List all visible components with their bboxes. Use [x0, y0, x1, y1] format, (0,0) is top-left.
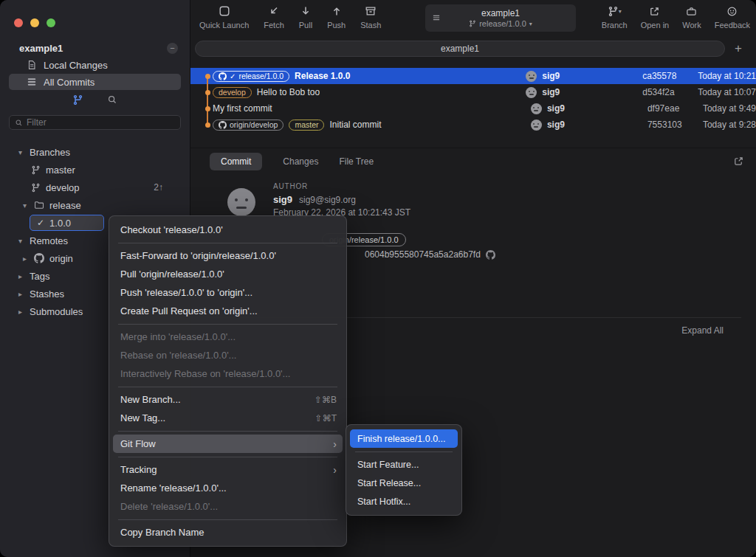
commit-row[interactable]: ✓ release/1.0.0 Release 1.0.0 sig9 ca355… — [190, 68, 756, 84]
submenu-item-start-release[interactable]: Start Release... — [350, 474, 458, 492]
filter-input[interactable] — [27, 117, 175, 128]
tree-section-branches[interactable]: ▾ Branches — [0, 143, 190, 161]
sidebar-item-local-changes[interactable]: Local Changes — [9, 57, 181, 73]
repo-widget-branch[interactable]: release/1.0.0 ▾ — [469, 19, 532, 28]
menu-item-delete: Delete 'release/1.0.0'... — [113, 497, 343, 516]
search-tab-icon[interactable] — [107, 94, 117, 105]
menu-item-create-pull-request[interactable]: Create Pull Request on 'origin'... — [113, 302, 343, 320]
menu-item-new-branch[interactable]: New Branch...⇧⌘B — [113, 390, 343, 409]
repo-search-field[interactable]: example1 — [195, 41, 725, 57]
pull-button[interactable]: Pull — [299, 4, 312, 30]
close-window-button[interactable] — [14, 18, 23, 27]
menu-item-git-flow[interactable]: Git Flow› — [113, 435, 343, 453]
commit-graph-node — [190, 100, 213, 117]
tree-branch-develop[interactable]: develop 2↑ — [0, 179, 190, 196]
fetch-icon — [268, 4, 280, 18]
push-icon — [331, 4, 343, 18]
quick-launch-button[interactable]: Quick Launch — [199, 4, 249, 30]
sidebar-item-all-commits[interactable]: All Commits — [9, 74, 181, 90]
chevron-down-icon[interactable]: ▾ — [21, 201, 29, 210]
repo-name: example1 — [19, 43, 167, 54]
menu-item-interactive-rebase: Interactively Rebase on 'release/1.0.0'.… — [113, 364, 343, 383]
expand-all-button[interactable]: Expand All — [681, 325, 724, 336]
branch-icon — [469, 20, 476, 27]
avatar — [526, 71, 537, 82]
fetch-button[interactable]: Fetch — [264, 4, 284, 30]
open-external-icon[interactable] — [733, 156, 744, 167]
push-button[interactable]: Push — [327, 4, 346, 30]
author-email: sig9@sig9.org — [299, 195, 356, 205]
toolbar-left-group: Quick Launch Fetch Pull Push — [199, 4, 381, 30]
avatar — [526, 87, 537, 98]
chevron-right-icon[interactable]: ▸ — [16, 308, 24, 316]
pull-icon — [300, 4, 312, 18]
branch-tag-origin-develop[interactable]: origin/develop — [213, 120, 284, 131]
chevron-down-icon: ▾ — [529, 21, 532, 27]
commit-graph-node — [190, 68, 213, 84]
menu-item-rename[interactable]: Rename 'release/1.0.0'... — [113, 479, 343, 497]
feedback-button[interactable]: Feedback — [715, 4, 750, 30]
shortcut-label: ⇧⌘B — [315, 395, 337, 405]
zoom-window-button[interactable] — [47, 18, 55, 27]
branch-tag-develop[interactable]: develop — [213, 87, 252, 98]
chevron-down-icon[interactable]: ▾ — [16, 237, 24, 245]
branch-tag-master[interactable]: master — [289, 120, 324, 131]
menu-item-fast-forward[interactable]: Fast-Forward to 'origin/release/1.0.0' — [113, 246, 343, 265]
repo-header: example1 − — [0, 40, 190, 56]
tab-file-tree[interactable]: File Tree — [339, 156, 374, 167]
chevron-down-icon[interactable]: ▾ — [16, 148, 24, 156]
add-icon[interactable]: + — [729, 40, 747, 58]
tab-changes[interactable]: Changes — [283, 156, 318, 167]
commit-title: Initial commit — [329, 120, 381, 130]
menu-item-new-tag[interactable]: New Tag...⇧⌘T — [113, 409, 343, 427]
tab-commit[interactable]: Commit — [210, 153, 262, 170]
menu-item-rebase: Rebase on 'release/1.0.0'... — [113, 346, 343, 364]
tree-folder-release[interactable]: ▾ release — [0, 196, 190, 214]
menu-item-checkout[interactable]: Checkout 'release/1.0.0' — [113, 221, 343, 239]
branch-tag-release[interactable]: ✓ release/1.0.0 — [213, 71, 289, 82]
menu-separator — [118, 431, 337, 432]
commit-row[interactable]: develop Hello to Bob too sig9 d534f2a To… — [190, 84, 756, 100]
feedback-icon — [726, 4, 738, 18]
menu-item-push[interactable]: Push 'release/1.0.0' to 'origin'... — [113, 283, 343, 302]
git-flow-submenu: Finish release/1.0.0... Start Feature...… — [346, 424, 462, 516]
menu-item-tracking[interactable]: Tracking› — [113, 460, 343, 479]
stash-button[interactable]: Stash — [360, 4, 381, 30]
submenu-item-start-hotfix[interactable]: Start Hotfix... — [350, 492, 458, 511]
minimize-window-button[interactable] — [30, 18, 39, 27]
chevron-right-icon[interactable]: ▸ — [21, 255, 29, 263]
current-branch-pill[interactable]: ✓ 1.0.0 — [30, 215, 104, 231]
chevron-right-icon[interactable]: ▸ — [16, 290, 24, 298]
sidebar-mode-tabs — [0, 91, 190, 108]
shortcut-label: ⇧⌘T — [315, 413, 337, 423]
commit-row[interactable]: origin/develop master Initial commit sig… — [190, 117, 756, 133]
current-repo-widget[interactable]: example1 release/1.0.0 ▾ — [425, 4, 576, 32]
check-icon: ✓ — [230, 72, 236, 80]
commit-author: sig9 — [542, 87, 560, 97]
menu-item-copy-branch-name[interactable]: Copy Branch Name — [113, 523, 343, 542]
tree-branch-master[interactable]: master — [0, 161, 190, 179]
branch-menu-button[interactable]: ▾ Branch — [602, 4, 628, 30]
work-button[interactable]: Work — [682, 4, 701, 30]
branches-tab-icon[interactable] — [72, 94, 83, 105]
submenu-item-start-feature[interactable]: Start Feature... — [350, 455, 458, 474]
commit-author: sig9 — [547, 103, 565, 114]
commit-graph-node — [190, 84, 213, 100]
search-row: example1 + — [190, 37, 756, 60]
avatar — [531, 120, 542, 131]
sidebar-item-label: Local Changes — [44, 60, 108, 71]
remove-repo-icon[interactable]: − — [167, 43, 178, 54]
submenu-item-finish-release[interactable]: Finish release/1.0.0... — [350, 429, 458, 448]
commit-graph-node — [190, 117, 213, 133]
commit-row[interactable]: My first commit sig9 df97eae Today at 9:… — [190, 100, 756, 117]
chevron-right-icon[interactable]: ▸ — [16, 272, 24, 280]
menu-separator — [118, 243, 337, 243]
menu-separator — [118, 457, 337, 457]
open-in-button[interactable]: Open in — [641, 4, 670, 30]
avatar — [531, 103, 542, 114]
menu-separator — [118, 324, 337, 325]
author-avatar — [227, 188, 255, 216]
github-icon[interactable] — [486, 250, 495, 260]
submenu-arrow-icon: › — [333, 439, 337, 449]
menu-item-pull[interactable]: Pull 'origin/release/1.0.0' — [113, 265, 343, 283]
